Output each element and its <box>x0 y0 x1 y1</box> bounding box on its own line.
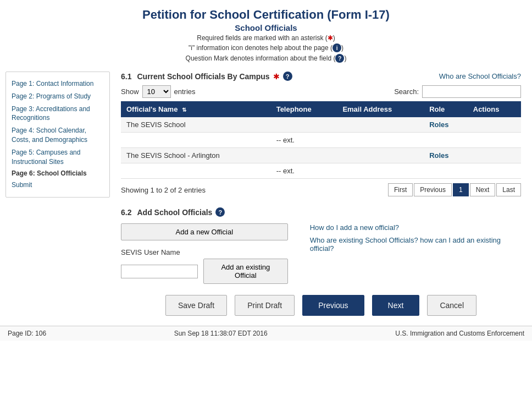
col-email: Email Address <box>337 101 424 117</box>
section-6-1-title: Current School Officials By Campus <box>137 72 269 81</box>
save-draft-button[interactable]: Save Draft <box>165 295 227 316</box>
section-6-2: 6.2 Add School Officials ? Add a new Off… <box>121 207 521 284</box>
search-box: Search: <box>394 85 521 98</box>
table-head: Official's Name ⇅ Telephone Email Addres… <box>121 101 521 117</box>
sidebar-submit[interactable]: Submit <box>10 179 105 191</box>
search-input[interactable] <box>422 85 521 98</box>
row2-ext-email <box>337 163 424 179</box>
who-are-officials-link[interactable]: Who are School Officials? <box>439 72 521 80</box>
add-official-right: How do I add a new official? Who are exi… <box>310 223 521 284</box>
table-body: The SEVIS School Roles -- ext. <box>121 117 521 179</box>
who-are-existing-link[interactable]: Who are existing School Officials? how c… <box>310 236 521 253</box>
row2-actions <box>468 148 521 163</box>
table-row: The SEVIS School Roles <box>121 117 521 133</box>
row2-ext <box>121 163 271 179</box>
add-new-official-button[interactable]: Add a new Official <box>121 223 288 240</box>
required-star-icon: ✱ <box>328 34 333 42</box>
row2-email <box>337 148 424 163</box>
show-label: Show <box>121 87 139 96</box>
sidebar-item-contact[interactable]: Page 1: Contact Information <box>10 78 105 90</box>
how-to-add-link[interactable]: How do I add a new official? <box>310 223 521 232</box>
row1-role: Roles <box>424 117 468 133</box>
col-telephone: Telephone <box>271 101 337 117</box>
question-mark-note: Question Mark denotes information about … <box>11 54 521 63</box>
row2-role: Roles <box>424 148 468 163</box>
sevis-user-input[interactable] <box>121 265 198 278</box>
page-subtitle: School Officials <box>11 23 521 32</box>
sevis-input-row: Add an existing Official <box>121 259 288 284</box>
row1-ext-actions <box>468 133 521 148</box>
section-6-2-number: 6.2 <box>121 208 131 217</box>
row2-roles-link[interactable]: Roles <box>429 151 448 160</box>
sort-arrows-name: ⇅ <box>182 107 186 113</box>
agency: U.S. Immigration and Customs Enforcement <box>395 330 524 337</box>
main-content: 6.1 Current School Officials By Campus ✱… <box>115 67 532 326</box>
sidebar-item-calendar[interactable]: Page 4: School Calendar, Costs, and Demo… <box>10 124 105 146</box>
next-button[interactable]: Next <box>372 295 420 316</box>
officials-table: Official's Name ⇅ Telephone Email Addres… <box>121 101 521 179</box>
sidebar-item-officials: Page 6: School Officials <box>10 168 105 179</box>
question-mark-icon: ? <box>335 54 344 63</box>
sevis-user-label: SEVIS User Name <box>121 248 288 256</box>
row1-ext-role <box>424 133 468 148</box>
main-layout: Page 1: Contact Information Page 2: Prog… <box>0 67 532 326</box>
section-6-1: 6.1 Current School Officials By Campus ✱… <box>121 72 521 196</box>
sidebar-item-programs[interactable]: Page 2: Programs of Study <box>10 90 105 103</box>
col-name[interactable]: Official's Name ⇅ <box>121 101 271 117</box>
add-existing-official-button[interactable]: Add an existing Official <box>203 259 288 284</box>
table-row: -- ext. <box>121 163 521 179</box>
section-6-1-number: 6.1 <box>121 72 131 81</box>
info-circle-icon: i <box>332 43 341 52</box>
entries-select[interactable]: 10 25 50 100 <box>142 85 171 98</box>
col-role: Role <box>424 101 468 117</box>
row1-name: The SEVIS School <box>121 117 271 133</box>
sidebar: Page 1: Contact Information Page 2: Prog… <box>5 72 110 198</box>
sidebar-item-accreditations[interactable]: Page 3: Accreditations and Recognitions <box>10 103 105 125</box>
row1-telephone <box>271 117 337 133</box>
table-row: The SEVIS School - Arlington Roles <box>121 148 521 163</box>
print-draft-button[interactable]: Print Draft <box>235 295 295 316</box>
row2-ext-actions <box>468 163 521 179</box>
search-label: Search: <box>394 87 419 96</box>
required-star-6-1: ✱ <box>273 72 280 81</box>
sevis-row: SEVIS User Name Add an existing Official <box>121 248 288 284</box>
info-icon-note: "i" information icon denotes help about … <box>11 43 521 52</box>
row1-ext-email <box>337 133 424 148</box>
page-title: Petition for School Certification (Form … <box>11 8 521 22</box>
add-official-left: Add a new Official SEVIS User Name Add a… <box>121 223 288 284</box>
row1-email <box>337 117 424 133</box>
pagination-current[interactable]: 1 <box>453 183 469 196</box>
pagination-last[interactable]: Last <box>496 183 521 196</box>
row2-telephone <box>271 148 337 163</box>
entries-label: entries <box>174 87 196 96</box>
row1-roles-link[interactable]: Roles <box>429 120 448 129</box>
col-actions: Actions <box>468 101 521 117</box>
pagination-row: Showing 1 to 2 of 2 entries First Previo… <box>121 183 521 196</box>
pagination-next[interactable]: Next <box>470 183 496 196</box>
row1-ext-val: -- ext. <box>271 133 337 148</box>
required-fields-note: Required fields are marked with an aster… <box>11 34 521 42</box>
question-icon-6-2[interactable]: ? <box>215 207 225 217</box>
table-row: -- ext. <box>121 133 521 148</box>
section-6-1-header: 6.1 Current School Officials By Campus ✱… <box>121 72 521 81</box>
row1-ext <box>121 133 271 148</box>
footer-buttons: Save Draft Print Draft Previous Next Can… <box>121 295 521 321</box>
cancel-button[interactable]: Cancel <box>427 295 476 316</box>
previous-button[interactable]: Previous <box>302 295 364 316</box>
table-header-row: Official's Name ⇅ Telephone Email Addres… <box>121 101 521 117</box>
pagination-controls: First Previous 1 Next Last <box>388 183 521 196</box>
page-header: Petition for School Certification (Form … <box>0 0 532 67</box>
page-id: Page ID: 106 <box>8 330 46 337</box>
show-entries: Show 10 25 50 100 entries <box>121 85 196 98</box>
showing-text: Showing 1 to 2 of 2 entries <box>121 186 206 194</box>
page-footer: Page ID: 106 Sun Sep 18 11:38:07 EDT 201… <box>0 326 532 341</box>
pagination-first[interactable]: First <box>388 183 413 196</box>
row2-name: The SEVIS School - Arlington <box>121 148 271 163</box>
sidebar-item-campuses[interactable]: Page 5: Campuses and Instructional Sites <box>10 146 105 168</box>
table-controls: Show 10 25 50 100 entries Search: <box>121 85 521 98</box>
question-icon-6-1[interactable]: ? <box>283 72 292 81</box>
row2-ext-role <box>424 163 468 179</box>
add-official-grid: Add a new Official SEVIS User Name Add a… <box>121 223 521 284</box>
section-6-2-title: Add School Officials <box>137 208 212 217</box>
pagination-previous[interactable]: Previous <box>414 183 452 196</box>
